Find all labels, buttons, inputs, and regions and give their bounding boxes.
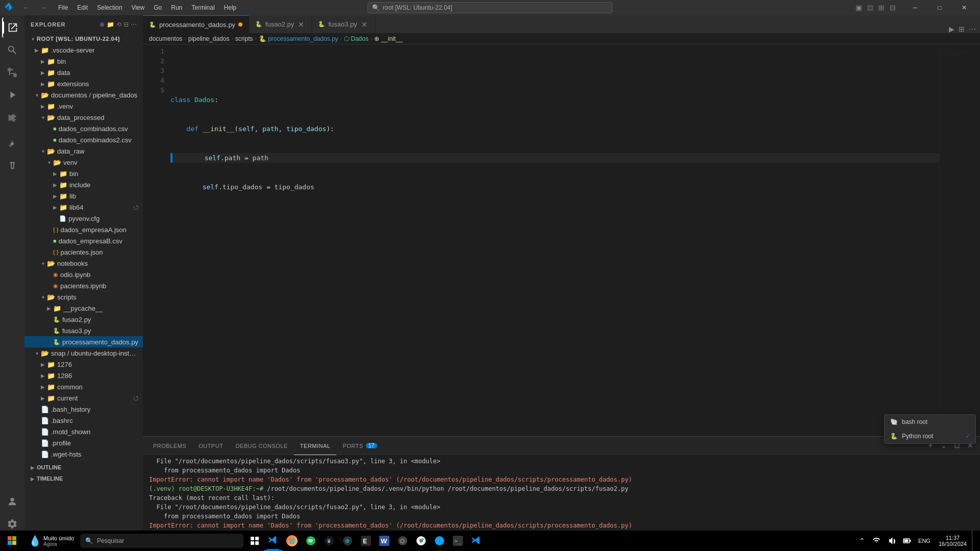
remote-explorer-activity-icon[interactable]	[2, 134, 22, 154]
breadcrumb-item-pipeline-dados[interactable]: pipeline_dados	[188, 35, 230, 42]
nav-back-button[interactable]: ←	[19, 4, 33, 12]
dropdown-item-bash[interactable]: 🐚 bash root	[885, 415, 975, 429]
sidebar-item-dados-combinados2-csv[interactable]: ▶ ■ dados_combinados2.csv	[24, 134, 143, 145]
close-button[interactable]: ✕	[952, 0, 976, 15]
tray-volume[interactable]	[885, 531, 899, 551]
start-button[interactable]	[0, 531, 24, 551]
source-control-activity-icon[interactable]	[2, 62, 22, 83]
breadcrumb-item-documentos[interactable]: documentos	[149, 35, 182, 42]
tab-close-icon[interactable]: ✕	[297, 20, 305, 29]
layout-2-button[interactable]: ⊡	[866, 4, 875, 12]
sidebar-item-processamento-dados-py[interactable]: ▶ 🐍 processamento_dados.py	[24, 336, 143, 347]
sidebar-item-fusao3-py[interactable]: ▶ 🐍 fusao3.py	[24, 325, 143, 336]
tray-battery[interactable]	[900, 531, 914, 551]
sidebar-item-bin[interactable]: ▶ 📁 bin	[24, 56, 143, 67]
sidebar-item-extensions[interactable]: ▶ 📁 extensions	[24, 78, 143, 89]
run-debug-activity-icon[interactable]	[2, 85, 22, 105]
run-file-icon[interactable]: ▶	[949, 25, 954, 33]
minimize-button[interactable]: ─	[903, 0, 927, 15]
sidebar-item-pacientes-ipynb[interactable]: ▶ ◉ pacientes.ipynb	[24, 280, 143, 291]
panel-tab-debug-console[interactable]: DEBUG CONSOLE	[229, 437, 293, 455]
more-editor-actions-icon[interactable]: ⋯	[969, 25, 976, 33]
sidebar-item-dados-combinados-csv[interactable]: ▶ ■ dados_combinados.csv	[24, 123, 143, 134]
sidebar-item-lib[interactable]: ▶ 📁 lib	[24, 190, 143, 202]
tab-fusao2[interactable]: 🐍 fusao2.py ✕	[249, 15, 312, 33]
taskbar-vscode2-icon[interactable]	[467, 531, 485, 551]
panel-tab-output[interactable]: OUTPUT	[192, 437, 229, 455]
tab-processamento-dados[interactable]: 🐍 processamento_dados.py	[143, 15, 249, 33]
sidebar-item-1286[interactable]: ▶ 📁 1286	[24, 370, 143, 381]
sidebar-item-notebooks[interactable]: ▾ 📂 notebooks	[24, 258, 143, 269]
sidebar-item-data-processed[interactable]: ▾ 📂 data_processed	[24, 112, 143, 123]
weather-widget[interactable]: 💧 Muito úmido Agora	[24, 531, 78, 551]
sidebar-item-fusao2-py[interactable]: ▶ 🐍 fusao2.py	[24, 314, 143, 325]
extensions-activity-icon[interactable]	[2, 107, 22, 128]
sidebar-item-bash-history[interactable]: ▶ 📄 .bash_history	[24, 404, 143, 415]
explorer-activity-icon[interactable]	[2, 17, 22, 38]
taskbar-avatar-icon[interactable]: 🌐	[282, 531, 302, 551]
tray-show-hidden[interactable]: ⌃	[856, 531, 868, 551]
tab-close-icon[interactable]: ✕	[360, 20, 369, 29]
timeline-section[interactable]: ▶ TIMELINE	[24, 473, 143, 484]
root-folder[interactable]: ▾ ROOT [WSL: UBUNTU-22.04]	[24, 33, 143, 44]
panel-tab-ports[interactable]: PORTS 17	[336, 437, 383, 455]
sidebar-item-pacientes-json[interactable]: ▶ { } pacientes.json	[24, 246, 143, 258]
panel-tab-problems[interactable]: PROBLEMS	[147, 437, 192, 455]
terminal-content[interactable]: File "/root/documentos/pipeline_dados/sc…	[143, 455, 980, 538]
sidebar-item-motd-shown[interactable]: ▶ 📄 .motd_shown	[24, 426, 143, 437]
menu-selection[interactable]: Selection	[93, 3, 126, 12]
split-editor-icon[interactable]: ⊞	[959, 25, 965, 33]
code-editor[interactable]: class Dados: def __init__(self, path, ti…	[168, 44, 939, 436]
menu-go[interactable]: Go	[150, 3, 166, 12]
breadcrumb-item-scripts[interactable]: scripts	[235, 35, 253, 42]
sidebar-item-pyvenv-cfg[interactable]: ▶ 📄 pyvenv.cfg	[24, 213, 143, 224]
layout-4-button[interactable]: ⊟	[888, 4, 897, 12]
taskbar-word-icon[interactable]: W	[375, 531, 394, 551]
taskbar-steam-icon[interactable]: ♛	[320, 531, 338, 551]
sidebar-item-data-raw[interactable]: ▾ 📂 data_raw	[24, 145, 143, 157]
taskbar-epic-icon[interactable]: E	[357, 531, 375, 551]
menu-view[interactable]: View	[127, 3, 149, 12]
test-activity-icon[interactable]	[2, 156, 22, 177]
tray-network[interactable]	[869, 531, 884, 551]
show-desktop-button[interactable]	[972, 531, 976, 551]
layout-1-button[interactable]: ▣	[854, 4, 864, 12]
taskbar-widget-icon[interactable]	[246, 531, 264, 551]
editor-code-view[interactable]: 1 2 3 4 5 class Dados: def __init__(self…	[143, 44, 980, 436]
sidebar-item-common[interactable]: ▶ 📁 common	[24, 381, 143, 392]
taskbar-clock[interactable]: 11:37 16/10/2024	[935, 535, 971, 547]
new-file-icon[interactable]: ⊕	[100, 21, 105, 28]
menu-run[interactable]: Run	[167, 3, 186, 12]
menu-help[interactable]: Help	[220, 3, 241, 12]
collapse-icon[interactable]: ⊟	[124, 21, 129, 28]
sidebar-item-pycache[interactable]: ▶ 📁 __pycache__	[24, 303, 143, 314]
sidebar-item-venv[interactable]: ▶ 📁 .venv	[24, 101, 143, 112]
sidebar-item-data[interactable]: ▶ 📁 data	[24, 67, 143, 78]
nav-forward-button[interactable]: →	[37, 4, 50, 12]
breadcrumb-item-file[interactable]: 🐍 processamento_dados.py	[259, 35, 338, 42]
sidebar-item-dados-empresaA[interactable]: ▶ { } dados_empresaA.json	[24, 224, 143, 235]
sidebar-item-lib64[interactable]: ▶ 📁 lib64 ⭯	[24, 202, 143, 213]
sidebar-item-venv2[interactable]: ▾ 📂 venv	[24, 157, 143, 168]
taskbar-terminal-icon[interactable]: >_	[449, 531, 467, 551]
sidebar-item-documentos[interactable]: ▾ 📂 documentos / pipeline_dados	[24, 89, 143, 101]
menu-terminal[interactable]: Terminal	[187, 3, 218, 12]
sidebar-item-odio-ipynb[interactable]: ▶ ◉ odio.ipynb	[24, 269, 143, 280]
sidebar-item-profile[interactable]: ▶ 📄 .profile	[24, 437, 143, 448]
sidebar-item-bashrc[interactable]: ▶ 📄 .bashrc	[24, 415, 143, 426]
sidebar-item-vscode-server[interactable]: ▶ 📁 .vscode-server	[24, 44, 143, 56]
outline-section[interactable]: ▶ OUTLINE	[24, 462, 143, 473]
breadcrumb-item-class[interactable]: ⬡ Dados	[344, 35, 369, 42]
sidebar-item-1276[interactable]: ▶ 📁 1276	[24, 359, 143, 370]
taskbar-spotify-icon[interactable]	[302, 531, 320, 551]
taskbar-web3-icon[interactable]: ⬡	[394, 531, 412, 551]
menu-edit[interactable]: Edit	[73, 3, 92, 12]
sidebar-item-dados-empresaB-csv[interactable]: ▶ ■ dados_empresaB.csv	[24, 235, 143, 246]
tray-language[interactable]: ENG	[915, 531, 934, 551]
sidebar-item-current[interactable]: ▶ 📁 current ⭯	[24, 392, 143, 404]
sidebar-item-wget-hsts[interactable]: ▶ 📄 .wget-hsts	[24, 448, 143, 460]
sidebar-item-scripts[interactable]: ▾ 📂 scripts	[24, 291, 143, 303]
maximize-button[interactable]: □	[928, 0, 951, 15]
account-activity-icon[interactable]	[2, 491, 22, 512]
taskbar-vpn-icon[interactable]: ⊕	[338, 531, 357, 551]
